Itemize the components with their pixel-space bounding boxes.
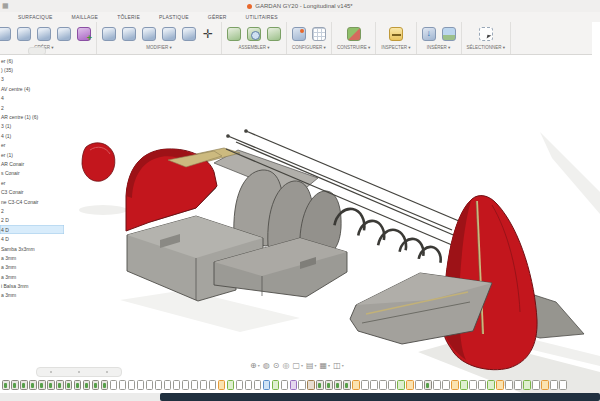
browser-item[interactable]: 2 bbox=[0, 206, 64, 215]
timeline-feature-selected[interactable] bbox=[451, 380, 459, 390]
timeline-feature-component[interactable] bbox=[325, 380, 333, 390]
timeline-playback-controls[interactable] bbox=[36, 367, 122, 377]
orbit-icon[interactable]: ◍ bbox=[263, 361, 270, 370]
timeline-feature-sketch[interactable] bbox=[559, 380, 567, 390]
timeline-feature-sketch[interactable] bbox=[442, 380, 450, 390]
browser-item[interactable]: er bbox=[0, 178, 64, 187]
timeline-feature-sketch[interactable] bbox=[245, 380, 253, 390]
timeline-feature-green[interactable] bbox=[397, 380, 405, 390]
browser-item[interactable]: 3 (1) bbox=[0, 122, 64, 131]
timeline-feature-component[interactable] bbox=[11, 380, 19, 390]
timeline-feature-component[interactable] bbox=[101, 380, 109, 390]
browser-item[interactable]: AR centre (1) (6) bbox=[0, 112, 64, 121]
timeline-feature-green[interactable] bbox=[227, 380, 235, 390]
timeline-feature-sketch[interactable] bbox=[281, 380, 289, 390]
browser-item[interactable]: 4 D bbox=[0, 225, 64, 234]
timeline-feature-blue[interactable] bbox=[263, 380, 271, 390]
timeline-feature-selected[interactable] bbox=[496, 380, 504, 390]
fit-icon[interactable]: ▢▾ bbox=[292, 361, 303, 370]
timeline-feature-selected[interactable] bbox=[218, 380, 226, 390]
browser-item[interactable]: AV centre (4) bbox=[0, 84, 64, 93]
timeline-feature-sketch[interactable] bbox=[200, 380, 208, 390]
browser-item[interactable]: a 3mm bbox=[0, 272, 64, 281]
look-at-icon[interactable]: ⊙ bbox=[273, 361, 280, 370]
browser-item[interactable]: Samba 3x3mm bbox=[0, 244, 64, 253]
timeline-feature-green[interactable] bbox=[523, 380, 531, 390]
browser-item[interactable]: i Balsa 3mm bbox=[0, 281, 64, 290]
browser-item[interactable]: ne C3-C4 Conair bbox=[0, 197, 64, 206]
timeline-feature-selected[interactable] bbox=[406, 380, 414, 390]
browser-item[interactable]: er (1) bbox=[0, 150, 64, 159]
zoom-icon[interactable]: ◎ bbox=[282, 361, 289, 370]
timeline-feature-sketch[interactable] bbox=[155, 380, 163, 390]
browser-item[interactable]: er (6) bbox=[0, 56, 64, 65]
browser-item[interactable]: er bbox=[0, 141, 64, 150]
timeline-feature-component[interactable] bbox=[47, 380, 55, 390]
timeline-feature-component[interactable] bbox=[29, 380, 37, 390]
viewport-canvas[interactable] bbox=[0, 54, 600, 401]
timeline-feature-component[interactable] bbox=[83, 380, 91, 390]
timeline-feature-component[interactable] bbox=[74, 380, 82, 390]
timeline-feature-component[interactable] bbox=[334, 380, 342, 390]
timeline-feature-purple[interactable] bbox=[290, 380, 298, 390]
viewports-icon[interactable]: ◫▾ bbox=[333, 361, 344, 370]
pan-icon[interactable]: ⊕▾ bbox=[250, 361, 260, 370]
timeline-feature-green[interactable] bbox=[487, 380, 495, 390]
timeline-feature-component[interactable] bbox=[20, 380, 28, 390]
timeline-feature-selected[interactable] bbox=[352, 380, 360, 390]
timeline-scrollbar-track[interactable] bbox=[0, 393, 600, 401]
timeline-feature-sketch[interactable] bbox=[469, 380, 477, 390]
nose-cone[interactable] bbox=[79, 142, 115, 184]
timeline-feature-component[interactable] bbox=[343, 380, 351, 390]
timeline-feature-sketch[interactable] bbox=[505, 380, 513, 390]
browser-item[interactable]: 4 D bbox=[0, 234, 64, 243]
timeline-feature-sketch[interactable] bbox=[191, 380, 199, 390]
timeline-feature-component[interactable] bbox=[92, 380, 100, 390]
timeline-feature-brown[interactable] bbox=[307, 380, 315, 390]
timeline-feature-sketch[interactable] bbox=[236, 380, 244, 390]
timeline-feature-sketch[interactable] bbox=[478, 380, 486, 390]
timeline-feature-sketch[interactable] bbox=[173, 380, 181, 390]
timeline-feature-selected[interactable] bbox=[541, 380, 549, 390]
browser-item[interactable]: 4 bbox=[0, 94, 64, 103]
browser-item[interactable]: a 3mm bbox=[0, 263, 64, 272]
browser-item[interactable]: ) (35) bbox=[0, 65, 64, 74]
timeline-feature-sketch[interactable] bbox=[514, 380, 522, 390]
browser-item[interactable]: s Conair bbox=[0, 169, 64, 178]
browser-item[interactable]: a 3mm bbox=[0, 253, 64, 262]
timeline-feature-component[interactable] bbox=[65, 380, 73, 390]
timeline-feature-sketch[interactable] bbox=[388, 380, 396, 390]
timeline-feature-green[interactable] bbox=[460, 380, 468, 390]
timeline-feature-sketch[interactable] bbox=[532, 380, 540, 390]
timeline-feature-sketch[interactable] bbox=[164, 380, 172, 390]
grid-snaps-icon[interactable]: ▦▾ bbox=[320, 361, 331, 370]
timeline-feature-component[interactable] bbox=[316, 380, 324, 390]
browser-item[interactable]: 2 D bbox=[0, 216, 64, 225]
timeline-feature-sketch[interactable] bbox=[209, 380, 217, 390]
display-settings-icon[interactable]: ▤▾ bbox=[306, 361, 317, 370]
timeline-feature-sketch[interactable] bbox=[433, 380, 441, 390]
timeline-feature-sketch[interactable] bbox=[146, 380, 154, 390]
timeline-feature-sketch[interactable] bbox=[128, 380, 136, 390]
browser-item[interactable]: a 3mm bbox=[0, 291, 64, 300]
timeline-feature-sketch[interactable] bbox=[550, 380, 558, 390]
timeline-feature-component[interactable] bbox=[56, 380, 64, 390]
timeline-feature-sketch[interactable] bbox=[254, 380, 262, 390]
browser-item[interactable]: AR Conair bbox=[0, 159, 64, 168]
timeline-feature-sketch[interactable] bbox=[298, 380, 306, 390]
timeline-scrollbar-thumb[interactable] bbox=[160, 393, 600, 401]
timeline-feature-sketch[interactable] bbox=[370, 380, 378, 390]
front-fuselage-section[interactable] bbox=[126, 149, 222, 231]
timeline-feature-sketch[interactable] bbox=[137, 380, 145, 390]
browser-item[interactable]: 4 (1) bbox=[0, 131, 64, 140]
timeline-feature-component[interactable] bbox=[424, 380, 432, 390]
panel-handle[interactable] bbox=[28, 47, 46, 55]
timeline-feature-sketch[interactable] bbox=[182, 380, 190, 390]
timeline-feature-sketch[interactable] bbox=[379, 380, 387, 390]
timeline-feature-component[interactable] bbox=[38, 380, 46, 390]
timeline-feature-sketch[interactable] bbox=[415, 380, 423, 390]
timeline-feature-sketch[interactable] bbox=[119, 380, 127, 390]
timeline-feature-component[interactable] bbox=[2, 380, 10, 390]
browser-item[interactable]: 3 bbox=[0, 75, 64, 84]
timeline-feature-sketch[interactable] bbox=[361, 380, 369, 390]
